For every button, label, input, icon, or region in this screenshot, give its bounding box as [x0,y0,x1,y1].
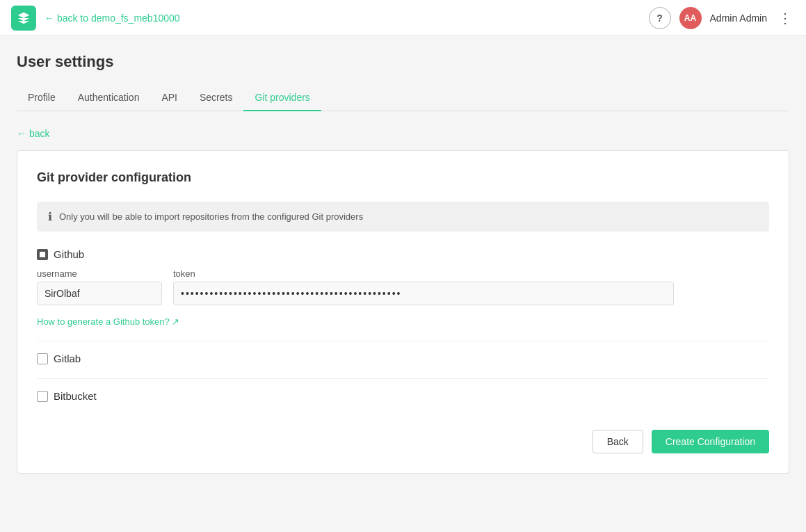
help-button[interactable]: ? [649,7,671,29]
github-token-help-link[interactable]: How to generate a Github token? ↗ [37,316,179,327]
gitlab-label: Gitlab [54,353,81,364]
username-group: username [37,268,162,305]
username-input[interactable] [37,282,162,305]
gitlab-section: Gitlab [37,353,769,364]
back-to-project-link[interactable]: ← back to demo_fs_meb10000 [45,13,180,24]
top-navigation: ← back to demo_fs_meb10000 ? AA Admin Ad… [0,0,806,36]
logo [11,6,36,31]
github-checkbox[interactable] [37,249,48,260]
token-input[interactable] [173,282,674,305]
bitbucket-section: Bitbucket [37,390,769,402]
divider-2 [37,378,769,379]
divider-1 [37,341,769,341]
info-icon: ℹ [48,210,52,223]
admin-name: Admin Admin [710,13,767,24]
info-message: Only you will be able to import reposito… [59,211,363,222]
tab-profile[interactable]: Profile [17,85,67,111]
topnav-left: ← back to demo_fs_meb10000 [11,6,180,31]
github-label: Github [54,248,84,260]
tab-authentication[interactable]: Authentication [67,85,151,111]
more-options-button[interactable]: ⋮ [775,7,795,29]
avatar: AA [679,7,702,29]
bitbucket-header: Bitbucket [37,390,769,402]
github-section: Github username token How to generate a … [37,248,769,327]
token-group: token [173,268,674,305]
github-form-row: username token [37,268,769,305]
username-label: username [37,268,162,279]
tabs: Profile Authentication API Secrets Git p… [17,85,789,111]
logo-icon [17,11,31,25]
back-button[interactable]: Back [593,430,643,453]
git-provider-card: Git provider configuration ℹ Only you wi… [17,150,789,474]
page-content: User settings Profile Authentication API… [0,36,806,507]
topnav-right: ? AA Admin Admin ⋮ [649,7,795,29]
gitlab-header: Gitlab [37,353,769,364]
tab-secrets[interactable]: Secrets [188,85,243,111]
gitlab-checkbox[interactable] [37,353,48,364]
bitbucket-checkbox[interactable] [37,391,48,402]
content-area: ← back Git provider configuration ℹ Only… [17,111,789,490]
info-banner: ℹ Only you will be able to import reposi… [37,202,769,232]
bitbucket-label: Bitbucket [54,390,97,402]
back-link[interactable]: ← back [17,128,49,139]
token-label: token [173,268,674,279]
tab-api[interactable]: API [150,85,188,111]
card-footer: Back Create Configuration [37,430,769,453]
tab-git-providers[interactable]: Git providers [243,85,321,111]
create-configuration-button[interactable]: Create Configuration [652,430,769,453]
card-title: Git provider configuration [37,170,769,185]
page-title: User settings [17,53,789,71]
github-header: Github [37,248,769,260]
